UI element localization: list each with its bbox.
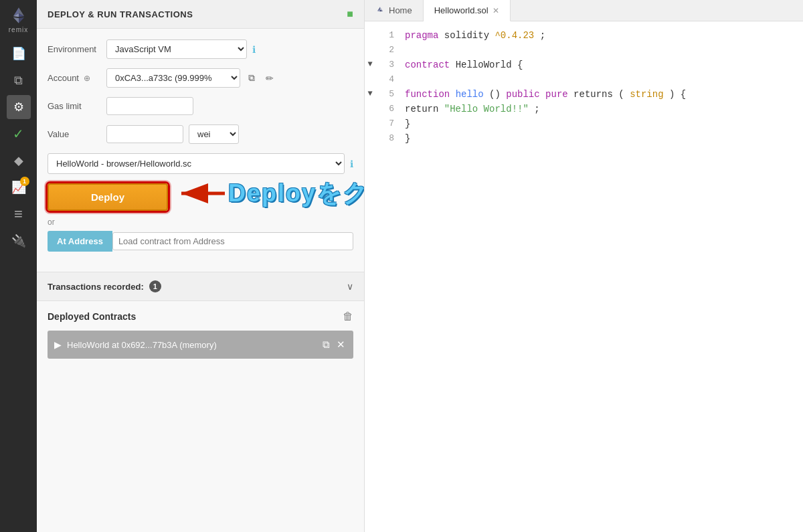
or-divider: or [48,217,353,227]
line-num-3: 3 [375,60,402,70]
line-num-4: 4 [375,74,402,84]
account-select[interactable]: 0xCA3...a733c (99.999% [106,68,240,88]
sidebar-item-chart[interactable]: 📈 1 [7,175,31,199]
line-num-5: 5 [375,89,402,99]
line-num-1: 1 [375,30,402,40]
transactions-label: Transactions recorded: [48,282,144,292]
code-line-6: 6 return "Hello World!!" ; [365,103,803,118]
copy-icon: ⧉ [14,74,23,88]
unit-select[interactable]: wei [189,124,239,144]
contract-select[interactable]: HelloWorld - browser/Helloworld.sc [48,153,345,174]
deployed-contracts-title: Deployed Contracts [48,311,136,322]
contract-chevron-icon[interactable]: ▶ [54,339,62,350]
transactions-row[interactable]: Transactions recorded: 1 ∨ [37,272,364,301]
line-num-2: 2 [375,45,402,55]
home-tab-label: Home [389,5,412,15]
code-line-4: 4 [365,74,803,88]
sidebar-item-git[interactable]: ◆ [7,149,31,173]
remix-label: remix [9,26,28,33]
arrow-svg [175,177,228,210]
code-line-2: 2 [365,44,803,59]
sidebar-item-plug[interactable]: 🔌 [7,229,31,253]
at-address-button[interactable]: At Address [48,231,112,252]
layers-icon: ≡ [14,205,23,223]
environment-label: Environment [48,44,101,54]
editor-tabs: Home Helloworld.sol ✕ [365,0,803,21]
remix-logo: remix [5,5,33,33]
contract-selector-row: HelloWorld - browser/Helloworld.sc ℹ [48,153,353,174]
panel-title: DEPLOY & RUN TRANSACTIONS [48,9,193,19]
deployed-header: Deployed Contracts 🗑 [48,311,353,323]
account-copy-btn[interactable]: ⧉ [246,71,258,85]
sidebar-item-run[interactable]: ⚙ [7,95,31,119]
tab-home[interactable]: Home [365,0,424,21]
code-editor: Home Helloworld.sol ✕ 1 pragma solidity … [365,0,803,532]
transactions-label-group: Transactions recorded: 1 [48,280,161,292]
sidebar: remix 📄 ⧉ ⚙ ✓ ◆ 📈 1 ≡ 🔌 [0,0,37,532]
contract-copy-btn[interactable]: ⧉ [321,337,331,352]
deployed-contracts-section: Deployed Contracts 🗑 ▶ HelloWorld at 0x6… [37,301,364,368]
line-num-7: 7 [375,118,402,128]
value-row: Value 0 wei [48,124,353,144]
sidebar-item-layers[interactable]: ≡ [7,202,31,226]
contract-item-label: HelloWorld at 0x692...77b3A (memory) [67,340,316,350]
code-line-8: 8 } [365,132,803,147]
trash-icon[interactable]: 🗑 [343,311,353,323]
file-tab-label: Helloworld.sol [434,5,488,15]
git-icon: ◆ [14,153,23,168]
deploy-annotation: Deployをクリック [175,177,365,210]
gas-limit-input[interactable]: 3000000 [106,97,193,115]
value-input[interactable]: 0 [106,125,183,143]
file-icon: 📄 [11,46,26,61]
account-row: Account ⊕ 0xCA3...a733c (99.999% ⧉ ✏ [48,68,353,88]
line-content-6: return "Hello World!!" ; [402,104,803,114]
sidebar-item-files[interactable]: 📄 [7,41,31,66]
line-indicator-5: ▼ [365,89,375,98]
plug-icon: 🔌 [11,234,26,248]
chart-badge: 1 [20,177,29,186]
tab-close-icon[interactable]: ✕ [493,6,499,15]
contract-remove-btn[interactable]: ✕ [335,337,347,352]
line-num-8: 8 [375,133,402,143]
code-line-7: 7 } [365,118,803,132]
environment-select[interactable]: JavaScript VM [106,39,247,59]
contract-item: ▶ HelloWorld at 0x692...77b3A (memory) ⧉… [48,331,353,359]
sidebar-item-check[interactable]: ✓ [7,122,31,146]
account-edit-btn[interactable]: ✏ [263,72,276,85]
contract-action-icons: ⧉ ✕ [321,337,347,352]
panel-content: Environment JavaScript VM ℹ Account ⊕ 0x… [37,29,364,272]
ethereum-tab-icon [375,6,385,15]
svg-marker-5 [13,17,18,23]
tab-helloworld[interactable]: Helloworld.sol ✕ [424,0,511,21]
contract-info-icon[interactable]: ℹ [350,159,353,169]
gas-limit-label: Gas limit [48,101,101,111]
line-num-6: 6 [375,104,402,114]
gas-limit-row: Gas limit 3000000 [48,97,353,115]
transactions-badge: 1 [149,280,161,292]
panel-header: DEPLOY & RUN TRANSACTIONS ■ [37,0,364,29]
code-line-5: ▼ 5 function hello () public pure return… [365,88,803,103]
deploy-button[interactable]: Deploy [48,183,168,211]
deploy-section: Deploy Deployをクリック [48,183,353,211]
code-line-3: ▼ 3 contract HelloWorld { [365,59,803,74]
panel-status-icon: ■ [347,8,353,20]
value-label: Value [48,129,101,139]
line-content-1: pragma solidity ^0.4.23 ; [402,30,803,41]
code-area: 1 pragma solidity ^0.4.23 ; 2 ▼ 3 contra… [365,21,803,532]
svg-marker-4 [19,17,24,23]
sidebar-item-copy[interactable]: ⧉ [7,68,31,92]
environment-info-icon[interactable]: ℹ [252,44,256,55]
line-content-8: } [402,133,803,144]
transactions-chevron-icon: ∨ [347,281,353,292]
check-icon: ✓ [13,126,24,142]
at-address-input[interactable] [112,232,353,250]
run-icon: ⚙ [13,100,24,114]
account-plus-icon[interactable]: ⊕ [84,74,90,83]
line-content-3: contract HelloWorld { [402,60,803,70]
line-content-7: } [402,118,803,129]
at-address-row: At Address [48,231,353,252]
code-line-1: 1 pragma solidity ^0.4.23 ; [365,29,803,44]
line-indicator-3: ▼ [365,60,375,69]
line-content-5: function hello () public pure returns ( … [402,89,803,100]
environment-row: Environment JavaScript VM ℹ [48,39,353,59]
